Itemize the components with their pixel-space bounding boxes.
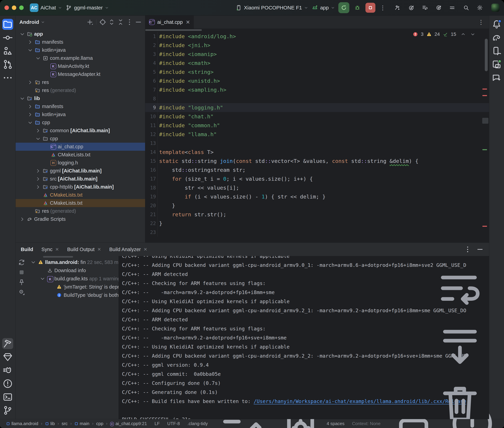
chevron-down-icon[interactable]: [35, 136, 41, 142]
close-icon[interactable]: ✕: [97, 247, 101, 252]
code-line-13[interactable]: 13: [145, 139, 489, 148]
expand-all-icon[interactable]: [108, 18, 116, 26]
code-line-17[interactable]: 17 for (size_t i = 0; i < values.size();…: [145, 174, 489, 183]
chevron-right-icon[interactable]: [27, 80, 33, 85]
chevron-down-icon[interactable]: [30, 259, 36, 265]
tree-item-res[interactable]: res (generated): [16, 86, 145, 94]
chevron-down-icon[interactable]: [27, 120, 33, 125]
tool-strip-item-diamond[interactable]: [2, 351, 13, 362]
more-actions-button[interactable]: ⋮: [379, 5, 387, 11]
build-tree-item[interactable]: llama.android: fin 22 sec, 583 ms: [28, 258, 119, 266]
locate-icon[interactable]: [99, 18, 107, 26]
debug-button[interactable]: [353, 3, 362, 12]
pin-icon[interactable]: [18, 278, 26, 286]
tree-item-manifests[interactable]: manifests: [16, 102, 145, 110]
vertical-scrollbar[interactable]: [485, 39, 488, 71]
chevron-right-icon[interactable]: [35, 184, 41, 190]
project-widget[interactable]: AC AiChat: [30, 3, 62, 12]
prev-issue-button[interactable]: [461, 32, 466, 37]
minimize-button[interactable]: [12, 6, 16, 10]
tree-item-cpp[interactable]: cpp: [16, 118, 145, 127]
code-line-5[interactable]: 5#include <string>: [145, 67, 489, 76]
apply-changes-icon[interactable]: [408, 4, 414, 11]
build-tree-item[interactable]: Download info: [28, 266, 119, 275]
soft-wrap-icon[interactable]: [434, 263, 486, 316]
tree-item-ggml[interactable]: ggml [AiChat.lib.main]: [16, 167, 145, 175]
build-tree-item[interactable]: K build.gradle.kts app 1 warning: [28, 275, 119, 283]
code-line-8[interactable]: 8: [145, 94, 489, 103]
hide-icon[interactable]: [476, 246, 484, 253]
code-line-3[interactable]: 3#include <iomanip>: [145, 50, 489, 58]
run-config-selector[interactable]: app: [312, 4, 335, 11]
tree-item-kotlin-java[interactable]: kotlin+java: [16, 46, 145, 54]
code-line-12[interactable]: 12#include "llama.h": [145, 130, 489, 139]
error-stripe-mark[interactable]: [482, 95, 487, 96]
avatar[interactable]: [491, 4, 500, 12]
refresh-icon[interactable]: [18, 258, 26, 266]
chevron-right-icon[interactable]: [27, 112, 33, 117]
code-line-20[interactable]: 20 }: [145, 201, 489, 210]
close-icon[interactable]: ✕: [144, 247, 147, 252]
code-line-23[interactable]: 23: [145, 228, 489, 237]
code-line-4[interactable]: 4#include <cmath>: [145, 58, 489, 67]
vcs-stripe-mark[interactable]: [482, 149, 487, 150]
code-line-6[interactable]: 6#include <unistd.h>: [145, 76, 489, 85]
tab-ai-chat-cpp[interactable]: C++ ai_chat.cpp ✕: [145, 16, 194, 29]
build-tab-sync[interactable]: Sync✕: [42, 247, 59, 252]
tool-strip-item-git-branch[interactable]: [2, 405, 13, 416]
code-line-9[interactable]: 9#include "logging.h": [145, 103, 489, 112]
hide-icon[interactable]: [135, 18, 142, 26]
horizontal-scrollbar[interactable]: [145, 29, 202, 31]
tree-item-cmakelists-txt[interactable]: CMakeLists.txt: [16, 199, 145, 207]
tool-strip-item-commit[interactable]: [2, 32, 13, 43]
zoom-button[interactable]: [19, 6, 24, 10]
filter-eye-icon[interactable]: [18, 288, 26, 296]
plus-icon[interactable]: [86, 18, 94, 26]
build-tree-item[interactable]: 'jvmTarget: String' is deprec: [28, 283, 119, 291]
tool-strip-item-terminal[interactable]: [2, 392, 13, 403]
chevron-right-icon[interactable]: [19, 216, 25, 222]
kebab-icon[interactable]: [126, 18, 133, 26]
tree-item-mainactivity-kt[interactable]: K MainActivity.kt: [16, 62, 145, 70]
close-icon[interactable]: ✕: [55, 247, 59, 252]
apply-code-changes-icon[interactable]: [422, 4, 428, 11]
tool-strip-item-device-android[interactable]: [491, 46, 502, 57]
chevron-right-icon[interactable]: [35, 176, 41, 182]
tree-item-common[interactable]: common [AiChat.lib.main]: [16, 127, 145, 135]
code-line-7[interactable]: 7#include <sampling.h>: [145, 85, 489, 94]
build-tree-item[interactable]: BuildType 'debug' is both de: [28, 291, 119, 299]
status-utf-8[interactable]: UTF-8: [167, 421, 180, 426]
stop-button[interactable]: [366, 3, 375, 13]
status-context-none[interactable]: Context: None: [352, 421, 381, 426]
tool-strip-item-project-folder[interactable]: [2, 19, 13, 30]
next-issue-button[interactable]: [470, 32, 475, 37]
tree-item-res[interactable]: res: [16, 78, 145, 86]
status-9-21[interactable]: 9:21: [138, 421, 147, 426]
vcs-branch-widget[interactable]: ggml-master: [66, 4, 109, 11]
build-console[interactable]: C/C++: -- Using KleidiAI optimized kerne…: [119, 256, 489, 419]
code-line-16[interactable]: 16 std::ostringstream str;: [145, 165, 489, 174]
tree-item-cpp[interactable]: cpp: [16, 135, 145, 143]
settings-icon[interactable]: [477, 4, 483, 11]
scroll-end-icon[interactable]: [434, 321, 486, 374]
tree-item-gradle-scripts[interactable]: Gradle Scripts: [16, 215, 145, 223]
build-panel-title[interactable]: Build: [21, 247, 33, 252]
tree-item-com-example-llama[interactable]: com.example.llama: [16, 54, 145, 62]
tree-item-logging-h[interactable]: H logging.h: [16, 159, 145, 167]
tree-item-ai-chat-cpp[interactable]: C++ ai_chat.cpp: [16, 143, 145, 151]
search-icon[interactable]: [463, 4, 469, 11]
breadcrumb-ai-chat-cpp[interactable]: C ai_chat.cpp: [110, 421, 138, 426]
code-line-21[interactable]: 21 return str.str();: [145, 210, 489, 219]
tool-strip-item-structure[interactable]: [2, 46, 13, 57]
code-line-14[interactable]: 14template<class T>: [145, 148, 489, 156]
collapse-all-icon[interactable]: [117, 18, 125, 26]
chevron-right-icon[interactable]: [27, 104, 33, 109]
tool-strip-item-problems[interactable]: [2, 378, 13, 389]
breadcrumb-lib[interactable]: lib: [45, 421, 55, 426]
status-lf[interactable]: LF: [154, 421, 160, 426]
code-area[interactable]: 1#include <android/log.h> 2#include <jni…: [145, 29, 489, 243]
error-stripe-mark[interactable]: [482, 226, 487, 227]
tree-item-manifests[interactable]: manifests: [16, 38, 145, 46]
close-icon[interactable]: ✕: [186, 19, 190, 25]
breadcrumb-main[interactable]: main: [74, 421, 89, 426]
